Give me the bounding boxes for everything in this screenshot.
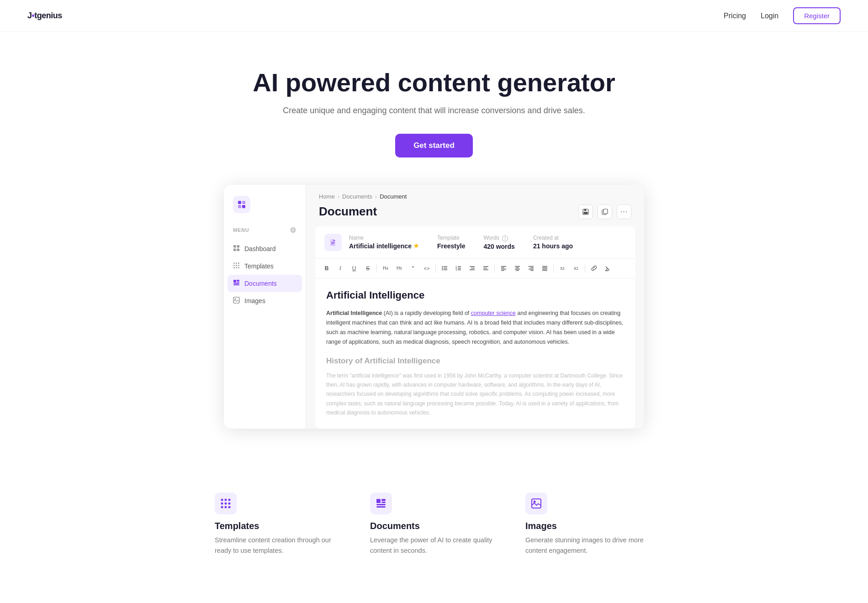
meta-fields: Name Artificial intelligence ★ Template … [349, 235, 573, 250]
toolbar-subscript[interactable]: x2 [556, 262, 568, 274]
toolbar-quote[interactable]: " [407, 262, 419, 274]
svg-point-73 [228, 502, 231, 504]
svg-point-9 [236, 262, 237, 264]
svg-rect-78 [381, 499, 386, 501]
toolbar-link[interactable] [588, 262, 600, 274]
nav-pricing[interactable]: Pricing [724, 12, 746, 20]
images-icon [233, 297, 240, 305]
sidebar-item-templates[interactable]: Templates [224, 257, 306, 275]
toolbar-outdent[interactable] [480, 262, 492, 274]
svg-point-69 [225, 498, 227, 501]
feature-documents-desc: Leverage the power of AI to create quali… [370, 535, 498, 556]
meta-name-value: Artificial intelligence ★ [349, 242, 419, 250]
toolbar-sep-5 [585, 264, 585, 273]
toolbar-h4[interactable]: H4 [380, 262, 392, 274]
meta-created-value: 21 hours ago [533, 242, 573, 250]
toolbar-underline[interactable]: U [348, 262, 360, 274]
svg-point-23 [235, 298, 236, 299]
breadcrumb-home[interactable]: Home [319, 193, 335, 200]
svg-point-13 [238, 265, 239, 266]
toolbar-strike[interactable]: S [362, 262, 374, 274]
svg-rect-19 [237, 282, 239, 283]
nav-links: Pricing Login Register [724, 7, 841, 24]
toolbar-italic[interactable]: I [334, 262, 346, 274]
svg-rect-82 [532, 499, 541, 508]
meta-created-label: Created at [533, 235, 573, 241]
nav-logo: J•tgenius [27, 11, 62, 21]
toolbar-indent[interactable] [466, 262, 478, 274]
sidebar-images-label: Images [244, 297, 265, 304]
doc-copy-button[interactable] [598, 204, 612, 219]
feature-images: Images Generate stunning images to drive… [525, 493, 653, 556]
svg-rect-3 [242, 205, 245, 208]
toolbar-clear[interactable] [602, 262, 614, 274]
sidebar-menu-label: MENU ⚙ [224, 226, 306, 235]
breadcrumb-documents[interactable]: Documents [342, 193, 372, 200]
hero-subtitle: Create unique and engaging content that … [9, 106, 859, 115]
svg-point-70 [228, 498, 231, 501]
doc-meta-icon [324, 234, 342, 251]
toolbar-align-center[interactable] [511, 262, 523, 274]
navbar: J•tgenius Pricing Login Register [0, 0, 868, 32]
meta-template-label: Template [437, 235, 465, 241]
svg-rect-26 [584, 212, 588, 214]
toolbar-sep-3 [494, 264, 495, 273]
svg-point-8 [233, 262, 235, 264]
hero-section: AI powered content generator Create uniq… [0, 32, 868, 185]
toolbar-bold[interactable]: B [321, 262, 333, 274]
editor-intro: Artificial Intelligence (AI) is a rapidl… [326, 309, 624, 347]
documents-icon [233, 279, 240, 288]
favorite-star-icon: ★ [413, 242, 419, 249]
toolbar-ol[interactable]: 123 [452, 262, 464, 274]
sidebar: MENU ⚙ Dashboard [224, 185, 306, 429]
svg-rect-17 [233, 280, 236, 283]
toolbar-ul[interactable] [439, 262, 450, 274]
toolbar-justify[interactable] [539, 262, 550, 274]
toolbar-h5[interactable]: H5 [393, 262, 405, 274]
doc-title: Document [319, 204, 377, 219]
hero-title: AI powered content generator [9, 68, 859, 97]
nav-login[interactable]: Login [761, 12, 778, 20]
sidebar-dashboard-label: Dashboard [244, 245, 276, 252]
editor-link-computer-science[interactable]: computer science [471, 310, 516, 316]
svg-rect-77 [376, 499, 381, 503]
svg-point-34 [442, 267, 443, 268]
toolbar-code[interactable]: <> [421, 262, 433, 274]
svg-rect-20 [233, 283, 239, 284]
main-content: Home › Documents › Document Document [306, 185, 644, 429]
sidebar-logo-icon [233, 196, 250, 213]
svg-rect-80 [376, 504, 386, 505]
breadcrumb: Home › Documents › Document [306, 185, 644, 200]
toolbar-align-right[interactable] [525, 262, 537, 274]
sidebar-item-documents[interactable]: Documents [228, 275, 302, 292]
toolbar-align-left[interactable] [498, 262, 509, 274]
sidebar-item-dashboard[interactable]: Dashboard [224, 240, 306, 257]
svg-point-11 [233, 265, 235, 266]
feature-templates: Templates Streamline content creation th… [215, 493, 343, 556]
dashboard-icon [233, 245, 240, 253]
meta-name-label: Name [349, 235, 419, 241]
svg-rect-22 [233, 297, 239, 303]
svg-text:3: 3 [455, 268, 457, 271]
get-started-button[interactable]: Get started [395, 134, 473, 157]
sidebar-templates-label: Templates [244, 262, 274, 270]
svg-point-74 [221, 506, 223, 508]
sidebar-item-images[interactable]: Images [224, 292, 306, 309]
meta-words-label: Words i [483, 235, 514, 241]
meta-created-field: Created at 21 hours ago [533, 235, 573, 250]
svg-rect-28 [603, 209, 608, 214]
meta-template-value: Freestyle [437, 242, 465, 250]
svg-rect-5 [237, 245, 240, 248]
doc-more-button[interactable]: ··· [617, 204, 631, 219]
feature-documents-icon [370, 493, 392, 514]
editor-body[interactable]: Artificial Intelligence Artificial Intel… [315, 278, 635, 429]
meta-words-field: Words i 420 words [483, 235, 514, 250]
breadcrumb-current: Document [380, 193, 407, 200]
svg-rect-18 [237, 280, 239, 281]
toolbar-sep-1 [376, 264, 377, 273]
doc-titlebar: Document [306, 200, 644, 226]
toolbar-superscript[interactable]: x2 [570, 262, 582, 274]
doc-save-button[interactable] [578, 204, 593, 219]
svg-point-32 [442, 266, 443, 267]
register-button[interactable]: Register [793, 7, 841, 24]
